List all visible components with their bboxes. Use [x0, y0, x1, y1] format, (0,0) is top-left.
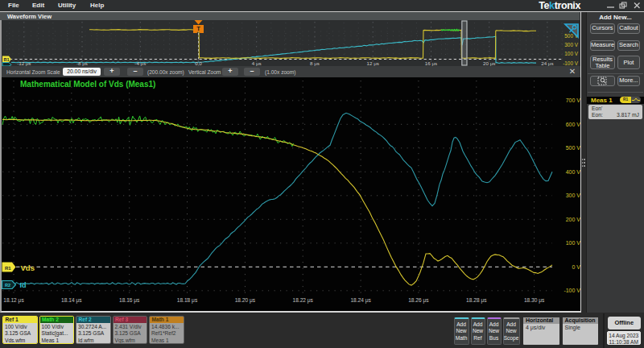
svg-text:18.22 μs: 18.22 μs	[292, 297, 313, 304]
svg-text:18.28 μs: 18.28 μs	[466, 297, 487, 304]
svg-text:16 μs: 16 μs	[425, 60, 437, 66]
svg-text:R2: R2	[5, 283, 10, 288]
svg-text:400 V: 400 V	[566, 169, 580, 175]
svg-text:4 μs: 4 μs	[252, 60, 262, 66]
svg-text:18.20 μs: 18.20 μs	[235, 297, 256, 304]
svg-text:-12 μs: -12 μs	[17, 60, 31, 66]
svg-text:700 V: 700 V	[566, 97, 580, 103]
svg-text:-8 μs: -8 μs	[76, 60, 88, 66]
svg-text:500 V: 500 V	[566, 145, 580, 151]
svg-text:24 μs: 24 μs	[541, 60, 553, 66]
svg-text:18.24 μs: 18.24 μs	[350, 297, 371, 304]
svg-text:0,0: 0,0	[195, 60, 202, 66]
svg-text:-100 V: -100 V	[563, 60, 579, 66]
svg-text:Id: Id	[20, 281, 27, 289]
svg-text:R1: R1	[4, 57, 10, 62]
svg-text:18.26 μs: 18.26 μs	[408, 297, 429, 304]
svg-text:300 V: 300 V	[564, 42, 578, 48]
svg-text:18.12 μs: 18.12 μs	[3, 297, 24, 304]
svg-text:100 V: 100 V	[566, 240, 580, 246]
svg-text:Vds: Vds	[21, 263, 35, 272]
svg-text:8 μs: 8 μs	[310, 60, 320, 66]
svg-text:-100 V: -100 V	[564, 288, 580, 293]
svg-text:18.14 μs: 18.14 μs	[61, 297, 82, 304]
svg-text:18.18 μs: 18.18 μs	[177, 297, 198, 304]
svg-text:18.30 μs: 18.30 μs	[524, 297, 545, 304]
svg-text:200 V: 200 V	[566, 217, 580, 222]
svg-text:R1: R1	[5, 266, 11, 271]
svg-text:T: T	[196, 25, 200, 32]
svg-text:18.16 μs: 18.16 μs	[119, 297, 140, 304]
svg-text:0 V: 0 V	[572, 264, 580, 270]
svg-text:-4 μs: -4 μs	[134, 60, 146, 66]
svg-text:600 V: 600 V	[566, 122, 580, 127]
svg-text:100 V: 100 V	[564, 51, 578, 56]
svg-text:300 V: 300 V	[566, 193, 580, 198]
svg-text:20 μs: 20 μs	[483, 60, 495, 66]
svg-text:12 μs: 12 μs	[367, 60, 379, 66]
